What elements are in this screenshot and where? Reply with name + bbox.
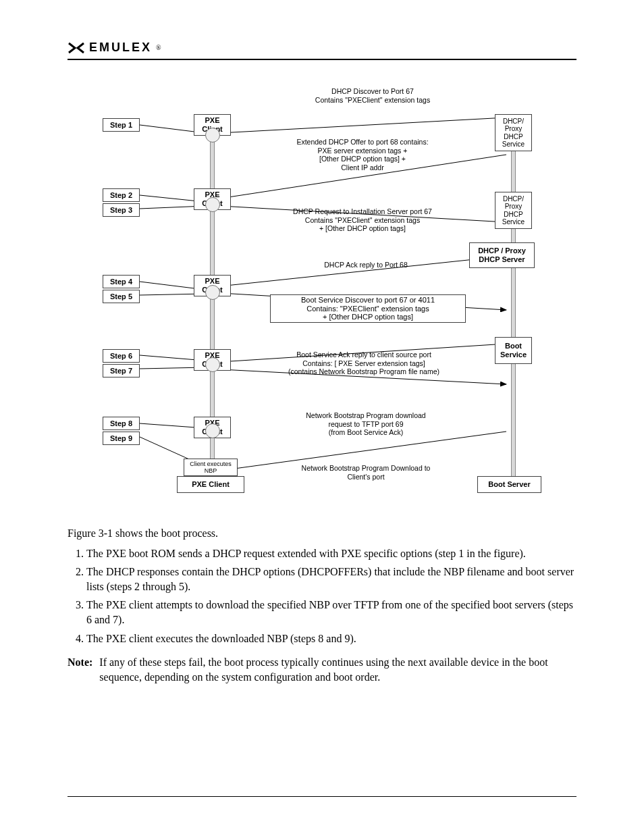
activation-dot [205, 128, 220, 142]
page-header: EMULEX ® [68, 41, 576, 60]
diagram-step-1: Step 1 [103, 118, 140, 132]
pxe-boot-diagram: Step 1 Step 2 Step 3 Step 4 Step 5 Step … [103, 87, 541, 499]
activation-dot [205, 357, 220, 372]
body-text: Figure 3-1 shows the boot process. The P… [68, 526, 576, 684]
logo: EMULEX ® [68, 41, 576, 55]
note-text: If any of these steps fail, the boot pro… [99, 655, 576, 684]
activation-dot [205, 285, 220, 300]
registered-mark-icon: ® [156, 44, 161, 51]
logo-icon [68, 42, 85, 54]
diagram-step-2: Step 2 [103, 188, 140, 202]
step-item: The PXE client attempts to download the … [86, 598, 576, 627]
diagram-step-4: Step 4 [103, 275, 140, 288]
figure-caption-intro: Figure 3-1 shows the boot process. [68, 526, 576, 541]
diagram-step-3: Step 3 [103, 203, 140, 217]
step-item: The PXE client executes the downloaded N… [86, 631, 576, 646]
diagram-boot-service: BootService [495, 337, 532, 364]
server-lifeline [511, 116, 516, 492]
footer-rule [68, 796, 576, 797]
page: EMULEX ® [0, 0, 644, 834]
diagram-pxe-client-label: PXE Client [177, 476, 244, 493]
diagram-msg-1: DHCP Discover to Port 67Contains "PXECli… [271, 87, 474, 104]
diagram-msg-2: Extended DHCP Offer to port 68 contains:… [261, 138, 464, 172]
diagram-dhcp-service: DHCP/ProxyDHCPService [495, 192, 532, 229]
diagram-msg-7: Network Bootstrap Program downloadreques… [265, 411, 467, 437]
step-item: The DHCP responses contain the DHCP opti… [86, 565, 576, 594]
diagram-step-7: Step 7 [103, 364, 140, 377]
svg-line-0 [219, 118, 506, 133]
diagram-step-6: Step 6 [103, 349, 140, 363]
diagram-step-9: Step 9 [103, 432, 140, 445]
diagram-client-executes: Client executesNBP [184, 459, 238, 476]
diagram-msg-8: Network Bootstrap Program Download toCli… [265, 464, 467, 481]
diagram-msg-6: Boot Service Ack reply to client source … [263, 350, 465, 376]
activation-dot [205, 197, 220, 212]
diagram-dhcp-proxy-server: DHCP / ProxyDHCP Server [469, 242, 535, 268]
logo-text: EMULEX [89, 41, 152, 55]
diagram-msg-3: DHCP Request to Installation Server port… [261, 207, 464, 233]
activation-dot [205, 423, 220, 438]
diagram-boot-server-label: Boot Server [477, 476, 541, 493]
note-label: Note: [68, 655, 92, 684]
diagram-dhcp-service: DHCP/ProxyDHCPService [495, 114, 532, 151]
diagram-msg-5: Boot Service Discover to port 67 or 4011… [270, 294, 466, 323]
ordered-steps: The PXE boot ROM sends a DHCP request ex… [68, 546, 576, 646]
note-block: Note: If any of these steps fail, the bo… [68, 655, 576, 684]
diagram-step-8: Step 8 [103, 417, 140, 430]
diagram-msg-4: DHCP Ack reply to Port 68 [265, 261, 467, 269]
diagram-step-5: Step 5 [103, 290, 140, 303]
step-item: The PXE boot ROM sends a DHCP request ex… [86, 546, 576, 561]
